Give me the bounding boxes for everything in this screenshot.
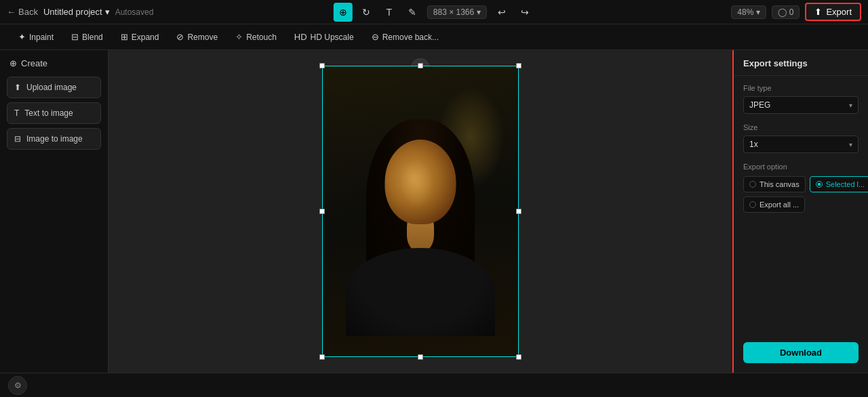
- download-button[interactable]: Download: [743, 342, 859, 363]
- image-to-image-btn[interactable]: ⊟ Image to image: [7, 128, 101, 150]
- upload-label: Upload image: [26, 83, 77, 92]
- remove-bg-label: Remove back...: [382, 33, 439, 42]
- expand-icon: ⊞: [121, 32, 128, 42]
- image-icon: ⊟: [14, 134, 21, 144]
- export-panel: Export settings File type JPEG ▾ Size 1x…: [732, 50, 868, 373]
- handle-bottom-right[interactable]: [516, 354, 521, 360]
- blend-icon: ⊟: [71, 32, 79, 42]
- handle-middle-right[interactable]: [516, 209, 521, 214]
- export-option-label: Export option: [743, 163, 859, 171]
- create-header: ⊕ Create: [7, 58, 101, 68]
- back-button[interactable]: ← Back: [7, 7, 38, 17]
- notification-count: 0: [789, 7, 794, 17]
- retouch-tool-btn[interactable]: ✧ Retouch: [228, 28, 284, 45]
- export-upload-icon: ⬆: [814, 7, 822, 17]
- handle-top-right[interactable]: [516, 63, 521, 68]
- redo-btn[interactable]: ↪: [515, 3, 534, 22]
- back-label: Back: [18, 7, 38, 17]
- handle-top-center[interactable]: [418, 63, 423, 68]
- text-tool-btn[interactable]: T: [380, 3, 399, 22]
- inpaint-label: Inpaint: [29, 33, 54, 42]
- main-content: ⊕ Create ⬆ Upload image T Text to image …: [0, 50, 868, 373]
- handle-bottom-center[interactable]: [418, 354, 423, 360]
- handle-top-left[interactable]: [319, 63, 325, 68]
- toolbar: ✦ Inpaint ⊟ Blend ⊞ Expand ⊘ Remove ✧ Re…: [0, 24, 868, 50]
- topbar: ← Back Untitled project ▾ Autosaved ⊕ ↻ …: [0, 0, 868, 24]
- topbar-center: ⊕ ↻ T ✎ 883 × 1366 ▾ ↩ ↪: [334, 3, 534, 22]
- shield-icon: ◯: [778, 7, 787, 17]
- upscale-label: HD Upscale: [311, 33, 354, 42]
- handle-bottom-left[interactable]: [319, 354, 325, 360]
- export-all-btn[interactable]: Export all ...: [743, 196, 805, 213]
- undo-redo-icons: ↩ ↪: [492, 3, 534, 22]
- brush-tool-btn[interactable]: ⊕: [334, 3, 353, 22]
- canvas-area[interactable]: ↻: [108, 50, 732, 373]
- size-dropdown[interactable]: 1x ▾: [743, 135, 859, 153]
- remove-label: Remove: [187, 33, 218, 42]
- retouch-icon: ✧: [235, 32, 243, 42]
- refresh-btn[interactable]: ↻: [357, 3, 376, 22]
- export-panel-header: Export settings: [734, 50, 868, 76]
- text-icon: T: [14, 108, 19, 118]
- this-canvas-radio: [749, 181, 756, 188]
- inpaint-tool-btn[interactable]: ✦ Inpaint: [11, 28, 61, 45]
- pen-tool-btn[interactable]: ✎: [403, 3, 422, 22]
- bottom-bar: ⚙: [0, 373, 868, 397]
- project-chevron-icon: ▾: [105, 7, 110, 17]
- autosaved-label: Autosaved: [115, 7, 154, 17]
- file-type-dropdown[interactable]: JPEG ▾: [743, 96, 859, 114]
- export-option-section: Export option This canvas Selected l... …: [743, 163, 859, 217]
- create-icon: ⊕: [9, 58, 17, 68]
- image-to-image-label: Image to image: [26, 134, 83, 144]
- size-chevron-icon: ▾: [849, 141, 852, 148]
- selected-label: Selected l...: [826, 180, 865, 188]
- export-label: Export: [826, 7, 852, 17]
- undo-btn[interactable]: ↩: [492, 3, 511, 22]
- expand-tool-btn[interactable]: ⊞ Expand: [113, 28, 167, 45]
- this-canvas-btn[interactable]: This canvas: [743, 176, 806, 192]
- export-panel-body: File type JPEG ▾ Size 1x ▾ Export option: [734, 76, 868, 333]
- inpaint-icon: ✦: [18, 32, 26, 42]
- blend-label: Blend: [82, 33, 103, 42]
- text-to-image-btn[interactable]: T Text to image: [7, 102, 101, 124]
- remove-tool-btn[interactable]: ⊘ Remove: [169, 28, 225, 45]
- export-button[interactable]: ⬆ Export: [805, 3, 861, 21]
- expand-label: Expand: [132, 33, 159, 42]
- project-name-text: Untitled project: [43, 7, 102, 17]
- file-type-chevron-icon: ▾: [849, 102, 852, 109]
- upscale-tool-btn[interactable]: HD HD Upscale: [287, 28, 361, 45]
- file-type-section: File type JPEG ▾: [743, 84, 859, 114]
- zoom-chevron: ▾: [756, 7, 760, 17]
- zoom-level-text: 48%: [737, 7, 753, 17]
- download-section: Download: [734, 333, 868, 373]
- handle-middle-left[interactable]: [319, 209, 325, 214]
- left-sidebar: ⊕ Create ⬆ Upload image T Text to image …: [0, 50, 108, 373]
- blend-tool-btn[interactable]: ⊟ Blend: [64, 28, 111, 45]
- hd-icon: HD: [294, 32, 307, 42]
- canvas-size-text: 883 × 1366: [433, 7, 474, 17]
- image-container: [322, 66, 519, 357]
- image-canvas[interactable]: [322, 66, 519, 357]
- project-name[interactable]: Untitled project ▾: [43, 7, 110, 17]
- remove-bg-icon: ⊖: [372, 32, 379, 42]
- export-all-label: Export all ...: [760, 201, 799, 209]
- settings-icon: ⚙: [14, 381, 22, 390]
- canvas-size-display[interactable]: 883 × 1366 ▾: [427, 5, 487, 19]
- settings-btn[interactable]: ⚙: [8, 376, 27, 395]
- file-type-label: File type: [743, 84, 859, 92]
- this-canvas-label: This canvas: [760, 180, 800, 188]
- selected-layer-btn[interactable]: Selected l...: [810, 176, 868, 192]
- text-to-image-label: Text to image: [24, 108, 73, 118]
- upload-icon: ⬆: [14, 83, 21, 92]
- notification-btn[interactable]: ◯ 0: [772, 5, 800, 19]
- back-icon: ←: [7, 7, 16, 17]
- file-type-value: JPEG: [749, 100, 770, 110]
- upload-image-btn[interactable]: ⬆ Upload image: [7, 77, 101, 98]
- zoom-control[interactable]: 48% ▾: [731, 5, 766, 19]
- retouch-label: Retouch: [246, 33, 277, 42]
- export-panel-title: Export settings: [743, 58, 808, 68]
- size-value: 1x: [749, 140, 758, 149]
- canvas-size-chevron: ▾: [477, 7, 481, 17]
- download-label: Download: [780, 348, 822, 358]
- remove-bg-tool-btn[interactable]: ⊖ Remove back...: [364, 28, 446, 45]
